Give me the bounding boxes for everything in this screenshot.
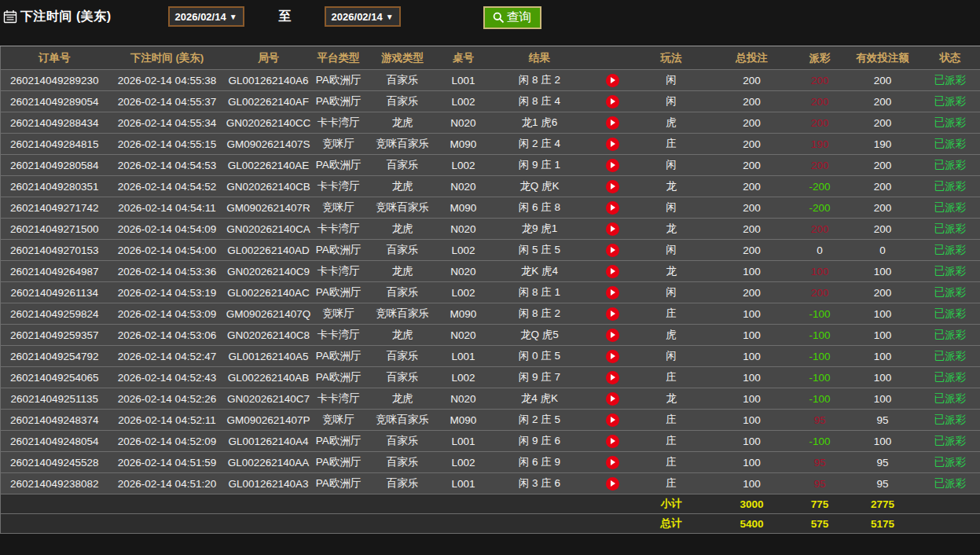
bet-time-cell: 2026-02-14 04:51:59 — [108, 452, 226, 473]
play-type-cell: 闲 — [633, 91, 710, 112]
play-replay-icon[interactable] — [606, 307, 619, 321]
status-cell: 已派彩 — [920, 261, 980, 282]
table-no-cell: N020 — [439, 219, 488, 240]
play-replay-icon[interactable] — [606, 180, 619, 193]
payout-cell: -200 — [795, 197, 846, 219]
platform-cell: 卡卡湾厅 — [311, 176, 366, 197]
valid-bet-cell: 100 — [846, 346, 920, 367]
date-to-select[interactable]: 2026/02/14 ▼ — [325, 6, 401, 27]
play-replay-icon[interactable] — [606, 350, 619, 363]
game-type-cell: 百家乐 — [366, 367, 439, 388]
status-cell: 已派彩 — [920, 240, 980, 261]
table-row: 2602140492715002026-02-14 04:54:09GN0202… — [1, 219, 980, 240]
col-result: 结果 — [488, 46, 592, 70]
table-row: 2602140492540652026-02-14 04:52:43GL0022… — [1, 367, 980, 388]
replay-cell — [592, 452, 633, 473]
valid-bet-cell: 190 — [846, 134, 920, 155]
replay-cell — [592, 91, 633, 112]
platform-cell: PA欧洲厅 — [311, 155, 366, 176]
date-from-select[interactable]: 2026/02/14 ▼ — [168, 6, 244, 27]
result-cell: 闲 2 庄 4 — [488, 134, 592, 155]
play-replay-icon[interactable] — [606, 116, 619, 130]
total-row: 总计 5400 575 5175 — [1, 514, 980, 534]
game-type-cell: 百家乐 — [366, 473, 439, 494]
table-no-cell: L002 — [439, 452, 488, 473]
valid-bet-cell: 200 — [846, 197, 920, 219]
round-cell: GN020262140C8 — [226, 325, 311, 346]
play-replay-icon[interactable] — [606, 435, 619, 448]
total-bet-cell: 100 — [710, 261, 795, 282]
replay-cell — [592, 155, 633, 176]
play-replay-icon[interactable] — [606, 138, 619, 151]
table-row: 2602140492803512026-02-14 04:54:52GN0202… — [1, 176, 980, 197]
round-cell: GN020262140CA — [226, 219, 311, 240]
subtotal-label: 小计 — [633, 494, 710, 514]
status-cell: 已派彩 — [920, 219, 980, 240]
replay-cell — [592, 367, 633, 388]
total-bet-cell: 100 — [710, 452, 795, 473]
valid-bet-cell: 100 — [846, 261, 920, 282]
col-total-bet: 总投注 — [710, 46, 795, 70]
play-replay-icon[interactable] — [606, 159, 619, 172]
date-from-value: 2026/02/14 — [175, 11, 226, 23]
subtotal-spacer — [1, 494, 633, 514]
play-replay-icon[interactable] — [606, 329, 619, 342]
status-cell: 已派彩 — [920, 410, 980, 431]
query-button[interactable]: 查询 — [483, 6, 541, 29]
table-no-cell: M090 — [439, 410, 488, 431]
play-replay-icon[interactable] — [606, 95, 619, 108]
play-triangle-icon — [611, 289, 615, 296]
payout-cell: 0 — [795, 240, 846, 261]
table-row: 2602140492892302026-02-14 04:55:38GL0012… — [1, 70, 980, 91]
total-spacer — [1, 514, 633, 534]
play-replay-icon[interactable] — [606, 456, 619, 469]
play-replay-icon[interactable] — [606, 74, 619, 87]
game-type-cell: 百家乐 — [366, 155, 439, 176]
bet-time-cell: 2026-02-14 04:53:06 — [108, 325, 226, 346]
valid-bet-cell: 95 — [846, 473, 920, 494]
play-triangle-icon — [611, 247, 615, 253]
replay-cell — [592, 261, 633, 282]
total-bet-cell: 200 — [710, 112, 795, 134]
total-bet-cell: 200 — [710, 282, 795, 303]
table-no-cell: L002 — [439, 367, 488, 388]
play-type-cell: 闲 — [633, 197, 710, 219]
play-replay-icon[interactable] — [606, 286, 619, 300]
status-cell: 已派彩 — [920, 473, 980, 494]
game-type-cell: 百家乐 — [366, 240, 439, 261]
result-cell: 龙K 虎4 — [488, 261, 592, 282]
play-replay-icon[interactable] — [606, 222, 619, 236]
play-type-cell: 庄 — [633, 134, 710, 155]
round-cell: GL001262140A6 — [226, 70, 311, 91]
table-no-cell: L001 — [439, 70, 488, 91]
replay-cell — [592, 70, 633, 91]
total-bet-cell: 200 — [710, 155, 795, 176]
play-type-cell: 闲 — [633, 346, 710, 367]
play-replay-icon[interactable] — [606, 244, 619, 257]
subtotal-bet: 3000 — [710, 494, 795, 514]
play-replay-icon[interactable] — [606, 371, 619, 384]
bet-time-title-wrap: 下注时间 (美东) — [3, 6, 112, 27]
game-type-cell: 竞咪百家乐 — [366, 410, 439, 431]
replay-cell — [592, 303, 633, 325]
platform-cell: 卡卡湾厅 — [311, 388, 366, 410]
total-bet-cell: 200 — [710, 70, 795, 91]
bet-time-cell: 2026-02-14 04:52:26 — [108, 388, 226, 410]
play-replay-icon[interactable] — [606, 201, 619, 215]
table-row: 2602140492805842026-02-14 04:54:53GL0022… — [1, 155, 980, 176]
play-triangle-icon — [611, 226, 615, 232]
play-replay-icon[interactable] — [606, 477, 619, 491]
col-table-no: 桌号 — [439, 46, 488, 70]
order-cell: 260214049271742 — [1, 197, 108, 219]
play-type-cell: 虎 — [633, 325, 710, 346]
play-type-cell: 龙 — [633, 261, 710, 282]
order-cell: 260214049270153 — [1, 240, 108, 261]
platform-cell: 竞咪厅 — [311, 197, 366, 219]
play-replay-icon[interactable] — [606, 392, 619, 406]
play-replay-icon[interactable] — [606, 265, 619, 278]
status-cell: 已派彩 — [920, 197, 980, 219]
order-cell: 260214049248374 — [1, 410, 108, 431]
platform-cell: PA欧洲厅 — [311, 70, 366, 91]
play-replay-icon[interactable] — [606, 413, 619, 427]
result-cell: 闲 9 庄 1 — [488, 155, 592, 176]
